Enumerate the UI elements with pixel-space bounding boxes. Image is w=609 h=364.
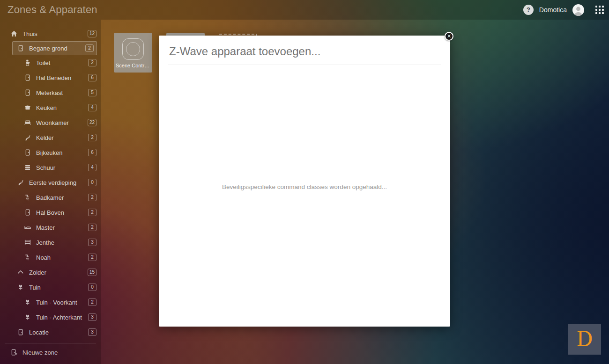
zone-count-badge: 0 (88, 284, 97, 291)
header-actions: ? Domotica (523, 0, 604, 20)
new-zone-button[interactable]: Nieuwe zone (0, 345, 101, 360)
zone-count-badge: 3 (88, 328, 97, 336)
sidebar-item-woonkamer[interactable]: Woonkamer22 (0, 115, 101, 130)
page-title: Zones & Apparaten (7, 4, 97, 16)
sidebar-item-toilet[interactable]: Toilet2 (0, 55, 101, 70)
zone-count-badge: 3 (88, 313, 97, 321)
zone-count-badge: 2 (88, 224, 97, 231)
top-bar: Zones & Apparaten ? Domotica (0, 0, 609, 20)
sidebar-item-hal-boven[interactable]: Hal Boven2 (0, 205, 101, 220)
zone-label: Master (36, 224, 88, 231)
sidebar-item-thuis[interactable]: Thuis12 (0, 26, 101, 41)
zone-count-badge: 2 (88, 194, 97, 201)
door-icon (24, 89, 31, 96)
device-tile-scene-control[interactable]: Scene Control... (114, 33, 152, 73)
sofa-icon (24, 119, 31, 126)
zone-count-badge: 5 (88, 89, 97, 96)
modal-title-divider (168, 65, 441, 65)
sidebar-item-master[interactable]: Master2 (0, 220, 101, 235)
help-icon[interactable]: ? (523, 5, 534, 15)
sidebar-item-tuin-achterkant[interactable]: Tuin - Achterkant3 (0, 310, 101, 325)
zone-count-badge: 2 (88, 254, 97, 261)
zone-count-badge: 6 (88, 74, 97, 81)
zone-label: Hal Beneden (36, 74, 88, 81)
sidebar-item-bijkeuken[interactable]: Bijkeuken6 (0, 145, 101, 160)
zone-count-badge: 2 (88, 59, 97, 66)
bed-icon (24, 224, 31, 231)
home-icon (10, 30, 18, 37)
zone-count-badge: 3 (88, 239, 97, 246)
user-silhouette-icon (572, 4, 584, 16)
zone-list: Thuis12Begane grond2Toilet2Hal Beneden6M… (0, 26, 101, 340)
zone-label: Begane grond (29, 45, 85, 52)
door-plus-icon (10, 349, 18, 356)
device-tile-label: Scene Control... (116, 63, 150, 68)
door-icon (24, 74, 31, 81)
zone-count-badge: 4 (88, 164, 97, 171)
sidebar-item-keuken[interactable]: Keuken4 (0, 100, 101, 115)
sidebar-item-tuin[interactable]: Tuin0 (0, 280, 101, 295)
zone-count-badge: 6 (88, 149, 97, 156)
toilet-icon (24, 59, 31, 66)
zone-label: Kelder (36, 134, 88, 141)
sidebar-item-eerste-verdieping[interactable]: Eerste verdieping0 (0, 175, 101, 190)
zone-label: Schuur (36, 164, 88, 171)
door-icon (17, 44, 24, 52)
zone-count-badge: 0 (88, 179, 97, 186)
account-name[interactable]: Domotica (539, 6, 567, 14)
sidebar-item-meterkast[interactable]: Meterkast5 (0, 85, 101, 100)
sidebar-item-locatie[interactable]: Locatie3 (0, 325, 101, 340)
zone-label: Toilet (36, 59, 88, 66)
sidebar-divider (5, 343, 96, 343)
sidebar-item-noah[interactable]: Noah2 (0, 250, 101, 265)
scene-controller-icon (122, 38, 144, 60)
zones-apparaten-screen: Zones & Apparaten ? Domotica Thuis12Bega… (0, 0, 609, 364)
zone-count-badge: 2 (88, 298, 97, 306)
apps-menu-icon[interactable] (595, 6, 604, 14)
brand-logo-tile[interactable]: D (568, 324, 601, 355)
zone-label: Woonkamer (36, 119, 88, 126)
zone-label: Tuin - Voorkant (36, 299, 88, 306)
zone-label: Hal Boven (36, 209, 88, 216)
zone-label: Noah (36, 254, 88, 261)
zone-label: Thuis (22, 30, 88, 37)
door-icon (24, 149, 31, 156)
zone-count-badge: 2 (85, 44, 94, 52)
zwave-add-device-modal: Z-Wave apparaat toevoegen... Beveiligssp… (159, 36, 450, 327)
avatar[interactable] (572, 4, 584, 16)
close-icon[interactable]: ✕ (445, 32, 453, 41)
modal-status-text: Beveiligsspecifieke command classes word… (159, 183, 450, 190)
flower-icon (24, 313, 31, 321)
zone-label: Badkamer (36, 194, 88, 201)
stairs-icon (24, 134, 31, 141)
zone-label: Bijkeuken (36, 149, 88, 156)
zone-label: Meterkast (36, 89, 88, 96)
zone-count-badge: 4 (88, 104, 97, 111)
door-icon (17, 328, 24, 336)
new-zone-label: Nieuwe zone (22, 349, 58, 356)
zone-count-badge: 2 (88, 209, 97, 216)
zone-label: Tuin (29, 284, 88, 291)
zone-count-badge: 12 (88, 30, 97, 37)
flower-icon (17, 284, 24, 291)
sidebar-item-badkamer[interactable]: Badkamer2 (0, 190, 101, 205)
shower-icon (24, 194, 31, 201)
shower-icon (24, 254, 31, 261)
zone-label: Keuken (36, 104, 88, 111)
sidebar-item-jenthe[interactable]: Jenthe3 (0, 235, 101, 250)
zone-count-badge: 22 (88, 119, 97, 126)
sidebar-item-hal-beneden[interactable]: Hal Beneden6 (0, 70, 101, 85)
sidebar-item-zolder[interactable]: Zolder15 (0, 265, 101, 280)
zone-label: Jenthe (36, 239, 88, 246)
shelves-icon (24, 164, 31, 171)
zones-sidebar: Thuis12Begane grond2Toilet2Hal Beneden6M… (0, 20, 101, 364)
zone-label: Tuin - Achterkant (36, 314, 88, 321)
sidebar-item-schuur[interactable]: Schuur4 (0, 160, 101, 175)
flower-icon (24, 298, 31, 306)
sidebar-item-begane-grond[interactable]: Begane grond2 (12, 41, 97, 55)
sidebar-item-tuin-voorkant[interactable]: Tuin - Voorkant2 (0, 295, 101, 310)
zone-label: Eerste verdieping (29, 179, 88, 186)
zone-count-badge: 15 (88, 269, 97, 276)
brand-logo-letter: D (576, 329, 593, 349)
sidebar-item-kelder[interactable]: Kelder2 (0, 130, 101, 145)
